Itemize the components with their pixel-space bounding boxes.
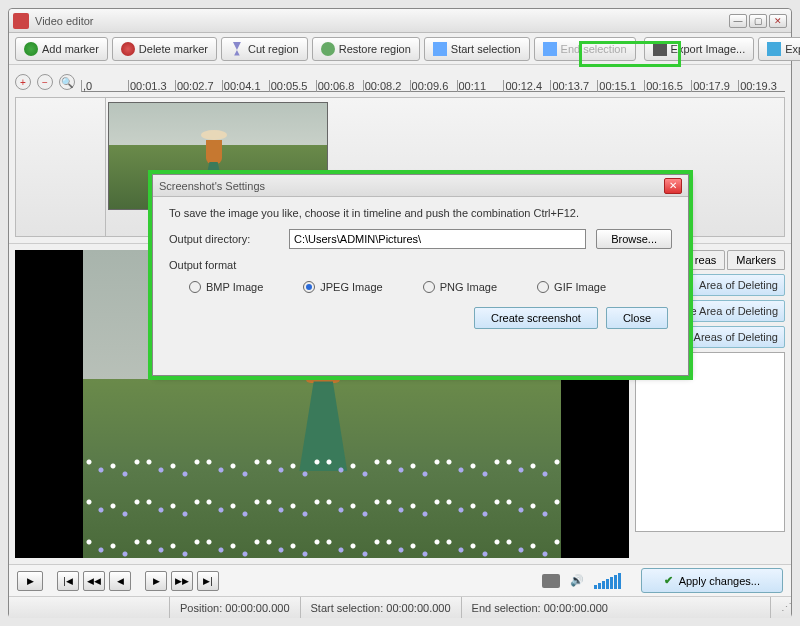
rewind-button[interactable]: ◀◀ — [83, 571, 105, 591]
zoom-fit-button[interactable]: 🔍 — [59, 74, 75, 90]
window-title: Video editor — [35, 15, 729, 27]
export-image-button[interactable]: Export Image... — [644, 37, 755, 61]
create-screenshot-button[interactable]: Create screenshot — [474, 307, 598, 329]
dialog-close-button[interactable]: ✕ — [664, 178, 682, 194]
restore-region-button[interactable]: Restore region — [312, 37, 420, 61]
check-icon: ✔ — [664, 574, 673, 587]
scissors-icon — [230, 42, 244, 56]
play-button[interactable]: ▶ — [17, 571, 43, 591]
status-start-sel: Start selection: 00:00:00.000 — [300, 597, 461, 618]
start-sel-icon — [433, 42, 447, 56]
marker-list[interactable] — [635, 352, 785, 532]
close-button[interactable]: ✕ — [769, 14, 787, 28]
resize-grip[interactable]: ⋰ — [770, 597, 791, 618]
dialog-title: Screenshot's Settings — [159, 180, 664, 192]
playback-controls: ▶ |◀ ◀◀ ◀ ▶ ▶▶ ▶| 🔊 ✔Apply changes... — [9, 564, 791, 596]
output-format-label: Output format — [169, 259, 672, 271]
cut-region-button[interactable]: Cut region — [221, 37, 308, 61]
output-dir-input[interactable] — [289, 229, 586, 249]
status-end-sel: End selection: 00:00:00.000 — [461, 597, 770, 618]
plus-icon — [24, 42, 38, 56]
zoom-in-button[interactable]: + — [15, 74, 31, 90]
export-audio-icon — [767, 42, 781, 56]
maximize-button[interactable]: ▢ — [749, 14, 767, 28]
screenshot-settings-dialog: Screenshot's Settings ✕ To save the imag… — [152, 174, 689, 376]
toolbar: Add marker Delete marker Cut region Rest… — [9, 33, 791, 65]
dialog-close-action-button[interactable]: Close — [606, 307, 668, 329]
dialog-hint: To save the image you like, choose it in… — [169, 207, 672, 219]
start-selection-button[interactable]: Start selection — [424, 37, 530, 61]
minimize-button[interactable]: — — [729, 14, 747, 28]
timeline-ruler[interactable]: ,000:01.300:02.700:04.100:05.500:06.800:… — [81, 72, 785, 92]
restore-icon — [321, 42, 335, 56]
minus-icon — [121, 42, 135, 56]
tab-areas[interactable]: reas — [686, 250, 725, 270]
format-radio-group: BMP Image JPEG Image PNG Image GIF Image — [189, 281, 672, 293]
volume-bars[interactable] — [594, 573, 621, 589]
radio-gif[interactable]: GIF Image — [537, 281, 606, 293]
statusbar: Position: 00:00:00.000 Start selection: … — [9, 596, 791, 618]
export-audio-button[interactable]: Export Audio... — [758, 37, 800, 61]
browse-button[interactable]: Browse... — [596, 229, 672, 249]
app-icon — [13, 13, 29, 29]
apply-changes-button[interactable]: ✔Apply changes... — [641, 568, 783, 593]
dialog-titlebar: Screenshot's Settings ✕ — [153, 175, 688, 197]
ffwd-button[interactable]: ▶▶ — [171, 571, 193, 591]
speaker-icon[interactable]: 🔊 — [570, 574, 584, 587]
end-sel-icon — [543, 42, 557, 56]
tab-markers[interactable]: Markers — [727, 250, 785, 270]
zoom-out-button[interactable]: − — [37, 74, 53, 90]
delete-marker-button[interactable]: Delete marker — [112, 37, 217, 61]
step-back-button[interactable]: ◀ — [109, 571, 131, 591]
status-position: Position: 00:00:00.000 — [169, 597, 300, 618]
goto-end-button[interactable]: ▶| — [197, 571, 219, 591]
export-image-icon — [653, 42, 667, 56]
track-header — [16, 98, 106, 236]
titlebar: Video editor — ▢ ✕ — [9, 9, 791, 33]
radio-jpeg[interactable]: JPEG Image — [303, 281, 382, 293]
goto-start-button[interactable]: |◀ — [57, 571, 79, 591]
radio-png[interactable]: PNG Image — [423, 281, 497, 293]
output-dir-label: Output directory: — [169, 233, 279, 245]
end-selection-button: End selection — [534, 37, 636, 61]
add-marker-button[interactable]: Add marker — [15, 37, 108, 61]
snapshot-icon[interactable] — [542, 574, 560, 588]
step-fwd-button[interactable]: ▶ — [145, 571, 167, 591]
radio-bmp[interactable]: BMP Image — [189, 281, 263, 293]
